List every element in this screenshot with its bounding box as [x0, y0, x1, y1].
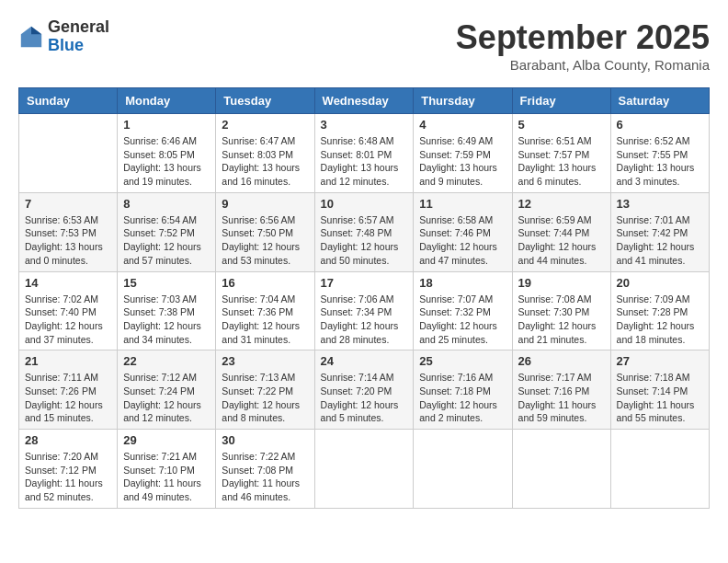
calendar-cell: [512, 430, 610, 509]
calendar-cell: 7Sunrise: 6:53 AM Sunset: 7:53 PM Daylig…: [19, 192, 118, 271]
day-info: Sunrise: 7:21 AM Sunset: 7:10 PM Dayligh…: [123, 450, 210, 504]
calendar-cell: 16Sunrise: 7:04 AM Sunset: 7:36 PM Dayli…: [216, 271, 314, 350]
day-info: Sunrise: 7:14 AM Sunset: 7:20 PM Dayligh…: [321, 371, 408, 425]
calendar-cell: 3Sunrise: 6:48 AM Sunset: 8:01 PM Daylig…: [314, 114, 414, 193]
calendar-header-saturday: Saturday: [610, 88, 709, 114]
day-number: 12: [518, 197, 605, 211]
calendar-week-4: 21Sunrise: 7:11 AM Sunset: 7:26 PM Dayli…: [19, 350, 710, 430]
day-info: Sunrise: 6:52 AM Sunset: 7:55 PM Dayligh…: [617, 134, 703, 189]
calendar-cell: 26Sunrise: 7:17 AM Sunset: 7:16 PM Dayli…: [512, 350, 610, 430]
day-number: 27: [617, 354, 703, 368]
day-number: 28: [25, 433, 111, 447]
calendar-header-thursday: Thursday: [414, 88, 512, 114]
day-info: Sunrise: 6:47 AM Sunset: 8:03 PM Dayligh…: [222, 134, 308, 189]
day-number: 23: [222, 354, 308, 368]
day-info: Sunrise: 7:03 AM Sunset: 7:38 PM Dayligh…: [123, 293, 210, 347]
calendar-cell: [314, 430, 414, 509]
day-number: 30: [222, 433, 308, 447]
page-header: General Blue September 2025 Barabant, Al…: [18, 18, 710, 73]
title-block: September 2025 Barabant, Alba County, Ro…: [456, 18, 710, 73]
day-info: Sunrise: 6:56 AM Sunset: 7:50 PM Dayligh…: [222, 213, 308, 268]
day-number: 25: [419, 354, 506, 368]
calendar-cell: [414, 430, 512, 509]
day-number: 9: [222, 197, 308, 211]
day-number: 10: [321, 197, 408, 211]
calendar-cell: 30Sunrise: 7:22 AM Sunset: 7:08 PM Dayli…: [216, 430, 314, 509]
logo-icon: [18, 24, 44, 50]
day-number: 7: [25, 197, 111, 211]
day-info: Sunrise: 7:11 AM Sunset: 7:26 PM Dayligh…: [25, 371, 111, 425]
day-info: Sunrise: 6:53 AM Sunset: 7:53 PM Dayligh…: [25, 213, 111, 268]
day-info: Sunrise: 7:12 AM Sunset: 7:24 PM Dayligh…: [123, 371, 210, 425]
logo: General Blue: [18, 18, 109, 55]
day-number: 24: [321, 354, 408, 368]
day-info: Sunrise: 7:09 AM Sunset: 7:28 PM Dayligh…: [617, 293, 703, 347]
day-info: Sunrise: 7:01 AM Sunset: 7:42 PM Dayligh…: [617, 213, 703, 268]
calendar-cell: 13Sunrise: 7:01 AM Sunset: 7:42 PM Dayli…: [610, 192, 709, 271]
calendar-week-2: 7Sunrise: 6:53 AM Sunset: 7:53 PM Daylig…: [19, 192, 710, 271]
day-number: 3: [321, 118, 408, 132]
day-number: 29: [123, 433, 210, 447]
day-info: Sunrise: 6:54 AM Sunset: 7:52 PM Dayligh…: [123, 213, 210, 268]
day-info: Sunrise: 7:07 AM Sunset: 7:32 PM Dayligh…: [419, 293, 506, 347]
calendar-week-5: 28Sunrise: 7:20 AM Sunset: 7:12 PM Dayli…: [19, 430, 710, 509]
calendar-cell: 17Sunrise: 7:06 AM Sunset: 7:34 PM Dayli…: [314, 271, 414, 350]
calendar-cell: 5Sunrise: 6:51 AM Sunset: 7:57 PM Daylig…: [512, 114, 610, 193]
day-info: Sunrise: 7:04 AM Sunset: 7:36 PM Dayligh…: [222, 293, 308, 347]
calendar-cell: 1Sunrise: 6:46 AM Sunset: 8:05 PM Daylig…: [118, 114, 216, 193]
calendar-cell: [610, 430, 709, 509]
day-info: Sunrise: 7:06 AM Sunset: 7:34 PM Dayligh…: [321, 293, 408, 347]
day-number: 15: [123, 276, 210, 290]
day-info: Sunrise: 6:51 AM Sunset: 7:57 PM Dayligh…: [518, 134, 605, 189]
day-number: 5: [518, 118, 605, 132]
calendar-header-sunday: Sunday: [19, 88, 118, 114]
month-title: September 2025: [456, 18, 710, 57]
day-info: Sunrise: 7:22 AM Sunset: 7:08 PM Dayligh…: [222, 450, 308, 504]
calendar-cell: 21Sunrise: 7:11 AM Sunset: 7:26 PM Dayli…: [19, 350, 118, 430]
day-info: Sunrise: 7:16 AM Sunset: 7:18 PM Dayligh…: [419, 371, 506, 425]
logo-text: General Blue: [48, 18, 109, 55]
calendar-header-row: SundayMondayTuesdayWednesdayThursdayFrid…: [19, 88, 710, 114]
day-info: Sunrise: 6:48 AM Sunset: 8:01 PM Dayligh…: [321, 134, 408, 189]
calendar-header-friday: Friday: [512, 88, 610, 114]
day-info: Sunrise: 7:17 AM Sunset: 7:16 PM Dayligh…: [518, 371, 605, 425]
location-subtitle: Barabant, Alba County, Romania: [456, 57, 710, 73]
calendar-week-3: 14Sunrise: 7:02 AM Sunset: 7:40 PM Dayli…: [19, 271, 710, 350]
svg-marker-1: [31, 27, 41, 34]
calendar-cell: 18Sunrise: 7:07 AM Sunset: 7:32 PM Dayli…: [414, 271, 512, 350]
logo-general: General: [48, 18, 109, 37]
day-number: 18: [419, 276, 506, 290]
calendar-week-1: 1Sunrise: 6:46 AM Sunset: 8:05 PM Daylig…: [19, 114, 710, 193]
logo-blue: Blue: [48, 37, 109, 55]
day-number: 2: [222, 118, 308, 132]
day-info: Sunrise: 7:08 AM Sunset: 7:30 PM Dayligh…: [518, 293, 605, 347]
calendar-cell: 14Sunrise: 7:02 AM Sunset: 7:40 PM Dayli…: [19, 271, 118, 350]
calendar-header-tuesday: Tuesday: [216, 88, 314, 114]
calendar-cell: 24Sunrise: 7:14 AM Sunset: 7:20 PM Dayli…: [314, 350, 414, 430]
calendar-header-monday: Monday: [118, 88, 216, 114]
day-number: 17: [321, 276, 408, 290]
day-number: 14: [25, 276, 111, 290]
calendar-cell: [19, 114, 118, 193]
day-info: Sunrise: 7:20 AM Sunset: 7:12 PM Dayligh…: [25, 450, 111, 504]
day-number: 20: [617, 276, 703, 290]
calendar-cell: 29Sunrise: 7:21 AM Sunset: 7:10 PM Dayli…: [118, 430, 216, 509]
calendar-cell: 12Sunrise: 6:59 AM Sunset: 7:44 PM Dayli…: [512, 192, 610, 271]
calendar-cell: 23Sunrise: 7:13 AM Sunset: 7:22 PM Dayli…: [216, 350, 314, 430]
calendar-cell: 4Sunrise: 6:49 AM Sunset: 7:59 PM Daylig…: [414, 114, 512, 193]
day-number: 16: [222, 276, 308, 290]
calendar-header-wednesday: Wednesday: [314, 88, 414, 114]
day-info: Sunrise: 7:18 AM Sunset: 7:14 PM Dayligh…: [617, 371, 703, 425]
day-number: 4: [419, 118, 506, 132]
day-number: 11: [419, 197, 506, 211]
day-info: Sunrise: 6:49 AM Sunset: 7:59 PM Dayligh…: [419, 134, 506, 189]
calendar-cell: 19Sunrise: 7:08 AM Sunset: 7:30 PM Dayli…: [512, 271, 610, 350]
day-number: 8: [123, 197, 210, 211]
day-number: 22: [123, 354, 210, 368]
calendar-cell: 28Sunrise: 7:20 AM Sunset: 7:12 PM Dayli…: [19, 430, 118, 509]
calendar-table: SundayMondayTuesdayWednesdayThursdayFrid…: [18, 87, 710, 509]
day-info: Sunrise: 6:46 AM Sunset: 8:05 PM Dayligh…: [123, 134, 210, 189]
calendar-cell: 10Sunrise: 6:57 AM Sunset: 7:48 PM Dayli…: [314, 192, 414, 271]
day-info: Sunrise: 6:58 AM Sunset: 7:46 PM Dayligh…: [419, 213, 506, 268]
calendar-cell: 27Sunrise: 7:18 AM Sunset: 7:14 PM Dayli…: [610, 350, 709, 430]
